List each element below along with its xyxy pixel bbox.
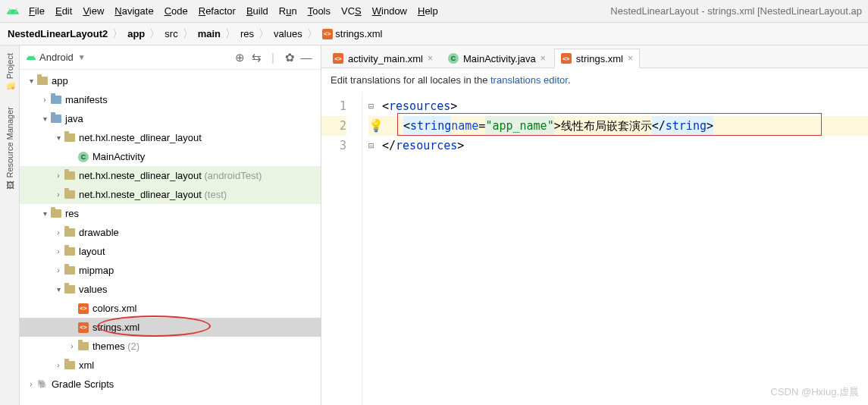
intention-bulb-icon[interactable]: 💡 [368, 116, 384, 136]
crumb-file[interactable]: <> strings.xml [322, 28, 383, 39]
divider-icon: | [265, 51, 281, 64]
gradle-icon: 🐘 [36, 378, 49, 391]
close-icon[interactable]: × [628, 53, 633, 64]
expand-all-icon[interactable]: ⇆ [248, 51, 265, 64]
menu-code[interactable]: Code [165, 5, 188, 17]
menu-tools[interactable]: Tools [308, 5, 331, 17]
view-selector[interactable]: Android [39, 52, 74, 63]
code-editor[interactable]: 1 2 3 ⊟<resources> 💡 <string name="app_n… [321, 92, 868, 405]
menubar: File Edit View Navigate Code Refactor Bu… [0, 0, 868, 23]
hide-icon[interactable]: — [298, 51, 315, 64]
crumb-res[interactable]: res [240, 28, 254, 39]
crumb-project[interactable]: NestedLinearLayout2 [8, 28, 108, 39]
close-icon[interactable]: × [428, 53, 433, 64]
close-icon[interactable]: × [541, 53, 546, 64]
tree-node-package-test[interactable]: ›net.hxl.neste_dlinear_layout (test) [20, 185, 321, 204]
menu-window[interactable]: Window [372, 5, 407, 17]
project-tool-window: Android ▼ ⊕ ⇆ | ✿ — ▾app ›manifests ▾jav… [20, 46, 321, 405]
tab-activity-main[interactable]: <>activity_main.xml× [326, 49, 440, 68]
menu-view[interactable]: View [83, 5, 104, 17]
tree-node-mipmap[interactable]: ›mipmap [20, 261, 321, 280]
tree-node-java[interactable]: ▾java [20, 109, 321, 128]
menu-file[interactable]: File [29, 5, 45, 17]
menu-vcs[interactable]: VCS [341, 5, 362, 17]
tree-node-package-androidtest[interactable]: ›net.hxl.neste_dlinear_layout (androidTe… [20, 166, 321, 185]
fold-icon[interactable]: ⊟ [368, 96, 378, 116]
translations-editor-link[interactable]: translations editor [490, 74, 568, 86]
line-number: 2 [321, 116, 346, 136]
xml-file-icon: <> [322, 29, 333, 39]
resource-manager-tool-button[interactable]: 🖼Resource Manager [5, 107, 14, 190]
tree-node-mainactivity[interactable]: CMainActivity [20, 147, 321, 166]
line-number: 3 [321, 136, 346, 155]
crumb-src[interactable]: src [165, 28, 177, 39]
window-title: NestedLinearLayout - strings.xml [Nested… [610, 5, 862, 17]
breadcrumb: NestedLinearLayout2〉 app〉 src〉 main〉 res… [0, 23, 868, 46]
settings-icon[interactable]: ✿ [281, 51, 298, 64]
watermark: CSDN @Hxiug.虚晨 [771, 385, 860, 399]
tool-window-rail: 📁Project 🖼Resource Manager [0, 46, 20, 405]
menu-edit[interactable]: Edit [55, 5, 72, 17]
tree-node-app[interactable]: ▾app [20, 71, 321, 90]
editor-tabs: <>activity_main.xml× CMainActivity.java×… [321, 46, 868, 68]
crumb-main[interactable]: main [198, 28, 221, 39]
project-tool-button[interactable]: 📁Project [5, 53, 14, 92]
menu-run[interactable]: Run [279, 5, 297, 17]
menu-navigate[interactable]: Navigate [114, 5, 153, 17]
tab-mainactivity[interactable]: CMainActivity.java× [441, 49, 553, 68]
line-number: 1 [321, 96, 346, 116]
xml-file-icon: <> [333, 53, 343, 64]
tree-node-layout[interactable]: ›layout [20, 242, 321, 261]
crumb-values[interactable]: values [274, 28, 302, 39]
code-line[interactable]: 💡 <string name="app_name">线性布局嵌套演示</stri… [368, 116, 868, 136]
code-line[interactable]: ⊟</resources> [368, 136, 868, 155]
tree-node-themes[interactable]: ›themes (2) [20, 337, 321, 356]
select-opened-file-icon[interactable]: ⊕ [231, 51, 248, 64]
project-view-toolbar: Android ▼ ⊕ ⇆ | ✿ — [20, 46, 321, 70]
xml-file-icon: <> [561, 53, 572, 64]
app-logo-icon [6, 5, 20, 18]
tree-node-manifests[interactable]: ›manifests [20, 90, 321, 109]
code-lines[interactable]: ⊟<resources> 💡 <string name="app_name">线… [362, 92, 868, 405]
project-tree[interactable]: ▾app ›manifests ▾java ▾net.hxl.neste_dli… [20, 70, 321, 405]
translations-banner: Edit translations for all locales in the… [321, 68, 868, 92]
menu-help[interactable]: Help [418, 5, 438, 17]
tree-node-strings[interactable]: <>strings.xml [20, 318, 321, 337]
code-line[interactable]: ⊟<resources> [368, 96, 868, 116]
tree-node-xml[interactable]: ›xml [20, 356, 321, 375]
tree-node-res[interactable]: ▾res [20, 204, 321, 223]
class-icon: C [448, 53, 459, 64]
tree-node-colors[interactable]: <>colors.xml [20, 299, 321, 318]
chevron-down-icon[interactable]: ▼ [78, 53, 86, 61]
tree-node-gradle[interactable]: ›🐘Gradle Scripts [20, 375, 321, 394]
fold-icon[interactable]: ⊟ [368, 136, 378, 155]
menu-refactor[interactable]: Refactor [199, 5, 236, 17]
gutter: 1 2 3 [321, 92, 362, 405]
tree-node-package[interactable]: ▾net.hxl.neste_dlinear_layout [20, 128, 321, 147]
banner-text: Edit translations for all locales in the [331, 74, 490, 86]
class-icon: C [78, 152, 89, 162]
editor-area: <>activity_main.xml× CMainActivity.java×… [321, 46, 868, 405]
android-icon [26, 52, 36, 63]
menu-build[interactable]: Build [246, 5, 268, 17]
tree-node-drawable[interactable]: ›drawable [20, 223, 321, 242]
tab-strings[interactable]: <>strings.xml× [554, 49, 640, 68]
xml-file-icon: <> [78, 322, 89, 333]
tree-node-values[interactable]: ▾values [20, 280, 321, 299]
crumb-app[interactable]: app [127, 28, 145, 39]
xml-file-icon: <> [78, 303, 89, 314]
